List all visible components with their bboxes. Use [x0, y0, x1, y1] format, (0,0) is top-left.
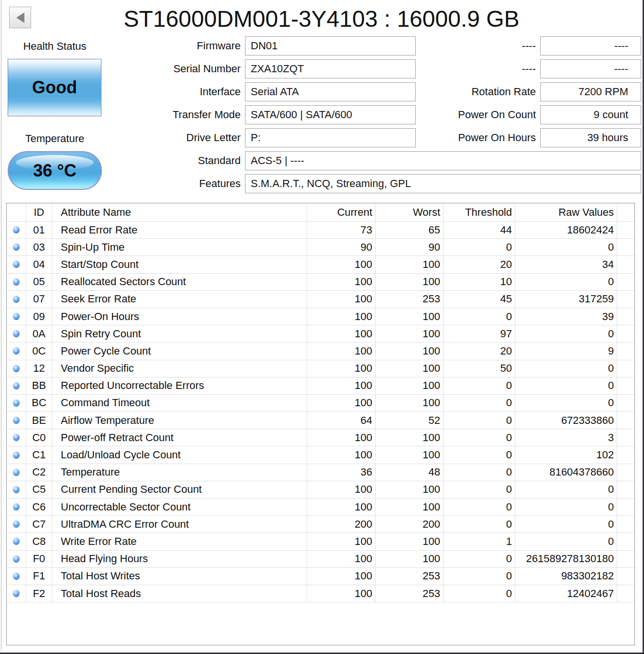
current-value-cell: 36 — [307, 464, 376, 481]
raw-value-cell: 0 — [515, 395, 617, 411]
raw-value-cell: 18602424 — [515, 222, 617, 238]
raw-value-cell: 81604378660 — [515, 464, 617, 481]
filler-cell — [617, 395, 634, 411]
health-dot-icon — [13, 399, 20, 407]
smart-attribute-row[interactable]: 03Spin-Up Time909000 — [7, 239, 634, 256]
id-column-header[interactable]: ID — [26, 203, 52, 221]
smart-attribute-row[interactable]: C7UltraDMA CRC Error Count20020000 — [7, 516, 634, 533]
current-value-cell: 100 — [307, 499, 376, 515]
smart-attribute-row[interactable]: 0CPower Cycle Count100100209 — [7, 343, 634, 360]
health-status-value: Good — [32, 78, 77, 98]
health-status-indicator[interactable]: Good — [8, 59, 101, 116]
current-value-cell: 90 — [307, 239, 376, 255]
filler-column-header[interactable] — [617, 203, 634, 221]
worst-value-cell: 100 — [376, 256, 444, 273]
current-value-cell: 100 — [307, 446, 376, 463]
attribute-name-cell: UltraDMA CRC Error Count — [52, 516, 307, 532]
smart-attribute-row[interactable]: C0Power-off Retract Count10010003 — [7, 429, 634, 446]
info-field-label: Power On Count — [426, 105, 536, 124]
health-dot-icon — [13, 434, 20, 441]
smart-attribute-row[interactable]: C5Current Pending Sector Count10010000 — [7, 481, 634, 499]
current-value-cell: 100 — [307, 325, 376, 342]
attribute-id-cell: 05 — [26, 274, 52, 290]
smart-attribute-row[interactable]: 07Seek Error Rate10025345317259 — [7, 291, 634, 308]
threshold-value-cell: 0 — [444, 308, 515, 325]
status-cell — [7, 343, 26, 359]
filler-cell — [617, 516, 634, 532]
threshold-value-cell: 0 — [444, 412, 515, 429]
status-cell — [7, 412, 26, 429]
attribute-name-cell: Read Error Rate — [52, 222, 307, 238]
temperature-value: 36 °C — [33, 161, 76, 181]
status-cell — [7, 274, 26, 290]
smart-attribute-row[interactable]: C2Temperature3648081604378660 — [7, 464, 634, 481]
current-value-cell: 100 — [307, 360, 376, 377]
attribute-name-column-header[interactable]: Attribute Name — [52, 203, 307, 221]
health-dot-icon — [13, 313, 20, 320]
status-cell — [7, 360, 26, 377]
current-column-header[interactable]: Current — [307, 203, 376, 221]
smart-attribute-row[interactable]: 05Reallocated Sectors Count100100100 — [7, 274, 634, 291]
threshold-column-header[interactable]: Threshold — [444, 203, 515, 221]
current-value-cell: 200 — [307, 516, 376, 532]
smart-attribute-row[interactable]: 09Power-On Hours100100039 — [7, 308, 634, 325]
smart-attribute-row[interactable]: F0Head Flying Hours100100026158927813018… — [7, 551, 634, 568]
status-column-header[interactable] — [7, 203, 26, 221]
worst-value-cell: 100 — [376, 446, 444, 463]
attribute-id-cell: 0C — [26, 343, 52, 359]
smart-attribute-row[interactable]: C1Load/Unload Cycle Count1001000102 — [7, 446, 634, 464]
smart-attribute-row[interactable]: BCCommand Timeout10010000 — [7, 395, 634, 412]
smart-attribute-row[interactable]: 12Vendor Specific100100500 — [7, 360, 634, 377]
status-cell — [7, 256, 26, 273]
worst-value-cell: 52 — [376, 412, 444, 429]
attribute-id-cell: BB — [26, 377, 52, 394]
smart-attribute-row[interactable]: C6Uncorrectable Sector Count10010000 — [7, 499, 634, 516]
threshold-value-cell: 0 — [444, 585, 515, 602]
raw-value-cell: 0 — [515, 274, 617, 290]
attribute-name-cell: Load/Unload Cycle Count — [52, 446, 307, 463]
filler-cell — [617, 274, 634, 290]
worst-value-cell: 100 — [376, 360, 444, 377]
smart-attribute-row[interactable]: BEAirflow Temperature64520672333860 — [7, 412, 634, 429]
smart-attribute-row[interactable]: 01Read Error Rate73654418602424 — [7, 222, 634, 239]
filler-cell — [617, 325, 634, 342]
smart-attribute-row[interactable]: 0ASpin Retry Count100100970 — [7, 325, 634, 343]
raw-values-column-header[interactable]: Raw Values — [515, 203, 617, 221]
worst-value-cell: 100 — [376, 308, 444, 325]
raw-value-cell: 672333860 — [515, 412, 617, 429]
status-cell — [7, 499, 26, 515]
filler-cell — [617, 568, 634, 585]
raw-value-cell: 0 — [515, 239, 617, 255]
status-cell — [7, 568, 26, 585]
smart-attribute-row[interactable]: 04Start/Stop Count1001002034 — [7, 256, 634, 273]
current-value-cell: 100 — [307, 291, 376, 308]
health-dot-icon — [13, 417, 20, 424]
smart-attribute-row[interactable]: F1Total Host Writes1002530983302182 — [7, 568, 634, 585]
worst-column-header[interactable]: Worst — [376, 203, 444, 221]
attribute-name-cell: Seek Error Rate — [52, 291, 307, 308]
temperature-indicator[interactable]: 36 °C — [8, 151, 102, 190]
current-value-cell: 100 — [307, 377, 376, 394]
threshold-value-cell: 0 — [444, 429, 515, 446]
attribute-name-cell: Reallocated Sectors Count — [52, 274, 307, 290]
info-field-value: 7200 RPM — [540, 82, 641, 101]
worst-value-cell: 253 — [376, 568, 444, 585]
info-field-value: S.M.A.R.T., NCQ, Streaming, GPL — [245, 174, 641, 193]
status-cell — [7, 516, 26, 532]
filler-cell — [617, 499, 634, 515]
worst-value-cell: 48 — [376, 464, 444, 481]
smart-attribute-row[interactable]: C8Write Error Rate10010010 — [7, 533, 634, 550]
threshold-value-cell: 0 — [444, 464, 515, 481]
smart-attribute-row[interactable]: F2Total Host Reads100253012402467 — [7, 585, 634, 602]
threshold-value-cell: 0 — [444, 377, 515, 394]
health-dot-icon — [13, 296, 20, 303]
smart-attribute-row[interactable]: BBReported Uncorrectable Errors10010000 — [7, 377, 634, 395]
current-value-cell: 100 — [307, 585, 376, 602]
worst-value-cell: 90 — [376, 239, 444, 255]
info-field-value: DN01 — [245, 36, 416, 55]
attribute-id-cell: F2 — [26, 585, 52, 602]
health-dot-icon — [13, 503, 20, 510]
raw-value-cell: 0 — [515, 360, 617, 377]
threshold-value-cell: 0 — [444, 395, 515, 411]
filler-cell — [617, 446, 634, 463]
